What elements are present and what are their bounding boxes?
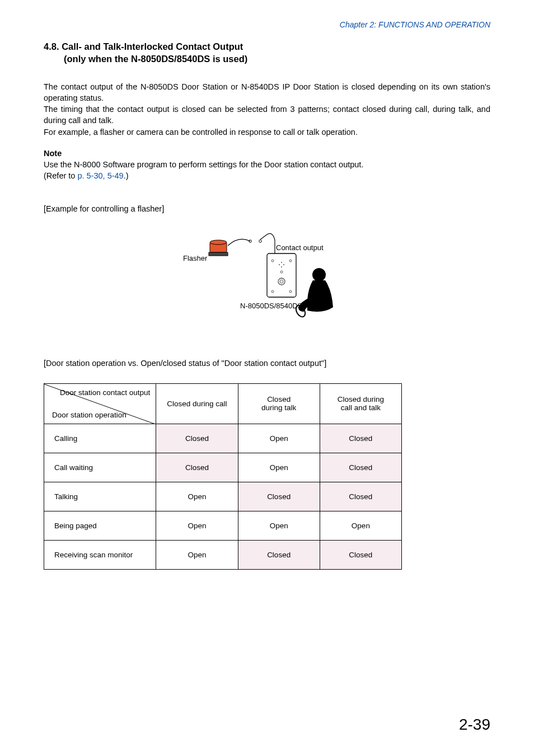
- paragraph-2: The timing that the contact output is cl…: [44, 104, 490, 126]
- col-header: Closed duringcall and talk: [320, 383, 401, 424]
- row-label: Talking: [44, 482, 156, 511]
- status-cell: Closed: [156, 453, 238, 482]
- status-cell: Open: [156, 540, 238, 569]
- diagonal-header: Door station contact output Door station…: [44, 383, 156, 424]
- svg-point-14: [281, 266, 282, 267]
- contact-output-label: Contact output: [276, 243, 324, 252]
- status-cell: Closed: [320, 482, 401, 511]
- paragraph-3: For example, a flasher or camera can be …: [44, 126, 490, 138]
- diagram: Flasher Contact output N-8050DS/8540DS: [44, 230, 490, 331]
- status-cell: Open: [156, 482, 238, 511]
- svg-point-11: [281, 262, 282, 263]
- status-cell: Closed: [320, 453, 401, 482]
- row-label: Being paged: [44, 511, 156, 540]
- note-suffix: .): [124, 171, 129, 180]
- table-row: Being pagedOpenOpenOpen: [44, 511, 402, 540]
- page-number: 2-39: [459, 716, 490, 734]
- col-header: Closedduring talk: [238, 383, 320, 424]
- status-cell: Closed: [320, 424, 401, 453]
- row-label: Call waiting: [44, 453, 156, 482]
- status-cell: Open: [156, 511, 238, 540]
- svg-point-4: [259, 240, 262, 242]
- svg-point-12: [279, 264, 280, 265]
- table-row: Receiving scan monitorOpenClosedClosed: [44, 540, 402, 569]
- flasher-label: Flasher: [183, 254, 207, 262]
- example-label: [Example for controlling a flasher]: [44, 204, 490, 213]
- status-table: Door station contact output Door station…: [44, 383, 402, 570]
- status-cell: Closed: [320, 540, 401, 569]
- section-number: 4.8.: [44, 41, 59, 51]
- table-caption: [Door station operation vs. Open/closed …: [44, 359, 490, 368]
- svg-point-13: [283, 264, 284, 265]
- svg-rect-2: [209, 252, 228, 256]
- table-header-row: Door station contact output Door station…: [44, 383, 402, 424]
- table-row: CallingClosedOpenClosed: [44, 424, 402, 453]
- section-title-line2: (only when the N-8050DS/8540DS is used): [44, 53, 247, 65]
- note-label: Note: [44, 149, 490, 158]
- status-cell: Open: [238, 511, 320, 540]
- status-cell: Closed: [238, 540, 320, 569]
- table-row: Call waitingClosedOpenClosed: [44, 453, 402, 482]
- section-title: 4.8. Call- and Talk-Interlocked Contact …: [44, 40, 490, 65]
- svg-rect-6: [267, 253, 296, 297]
- diag-header-bottom: Door station operation: [52, 411, 127, 419]
- status-cell: Closed: [156, 424, 238, 453]
- status-cell: Closed: [238, 482, 320, 511]
- chapter-header: Chapter 2: FUNCTIONS AND OPERATION: [44, 20, 490, 29]
- paragraph-1: The contact output of the N-8050DS Door …: [44, 81, 490, 104]
- row-label: Calling: [44, 424, 156, 453]
- svg-line-5: [260, 234, 267, 240]
- status-cell: Open: [238, 424, 320, 453]
- section-title-line1: Call- and Talk-Interlocked Contact Outpu…: [62, 41, 243, 51]
- table-row: TalkingOpenClosedClosed: [44, 482, 402, 511]
- status-cell: Open: [320, 511, 401, 540]
- diag-header-top: Door station contact output: [60, 388, 150, 397]
- row-label: Receiving scan monitor: [44, 540, 156, 569]
- svg-point-1: [210, 240, 227, 245]
- svg-point-18: [312, 268, 326, 281]
- diagram-svg: [183, 230, 351, 331]
- note-line-2: (Refer to p. 5-30, 5-49.): [44, 170, 490, 181]
- status-cell: Open: [238, 453, 320, 482]
- note-line-1: Use the N-8000 Software program to perfo…: [44, 159, 490, 170]
- col-header: Closed during call: [156, 383, 238, 424]
- page-reference-link[interactable]: p. 5-30, 5-49: [77, 171, 123, 180]
- device-label: N-8050DS/8540DS: [240, 302, 302, 310]
- note-prefix: (Refer to: [44, 171, 77, 180]
